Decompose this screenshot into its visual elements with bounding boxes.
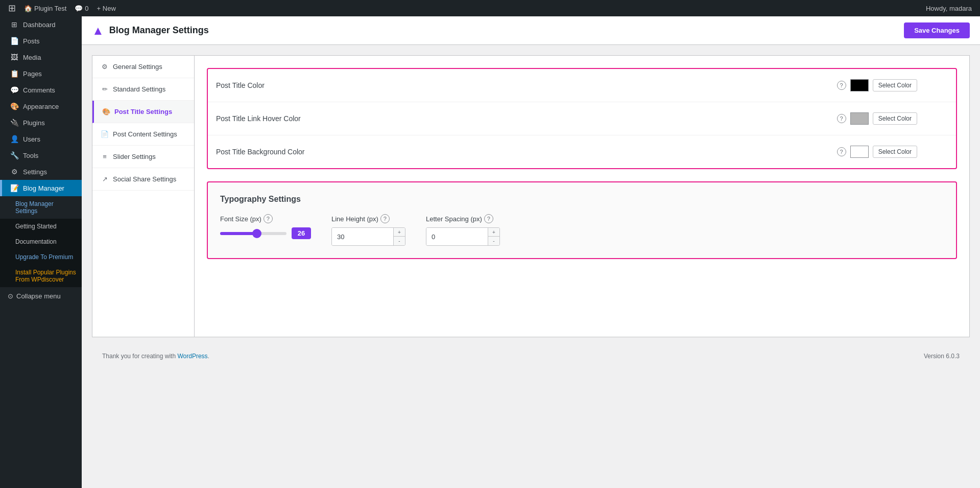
post-title-link-hover-select-color-button[interactable]: Select Color [873, 112, 917, 125]
letter-spacing-input-wrapper: + - [426, 227, 500, 246]
comments-icon: 💬 [75, 5, 83, 12]
posts-icon: 📄 [10, 37, 19, 45]
page-title-row: ▲ Blog Manager Settings [92, 24, 209, 38]
sidebar-label-appearance: Appearance [23, 103, 59, 110]
typography-controls: Font Size (px) ? 26 [220, 214, 944, 246]
sidebar-label-posts: Posts [23, 37, 40, 45]
post-title-color-help[interactable]: ? [837, 81, 846, 90]
collapse-label: Collapse menu [16, 292, 61, 300]
nav-post-title-settings-label: Post Title Settings [114, 108, 172, 115]
sidebar-item-blog-manager-settings[interactable]: Blog Manager Settings [0, 196, 82, 219]
sidebar-item-blog-manager[interactable]: 📝 Blog Manager [0, 180, 82, 196]
font-size-help[interactable]: ? [264, 214, 273, 223]
sidebar-menu: ⊞ Dashboard 📄 Posts 🖼 Media 📋 Pages 💬 Co… [0, 16, 82, 196]
sidebar-item-settings[interactable]: ⚙ Settings [0, 164, 82, 180]
site-home-icon: 🏠 [24, 5, 32, 12]
sidebar-item-comments[interactable]: 💬 Comments [0, 82, 82, 98]
font-size-slider[interactable] [220, 232, 286, 235]
line-height-input-wrapper: + - [331, 227, 405, 246]
letter-spacing-decrement[interactable]: - [488, 237, 499, 245]
nav-standard-settings-label: Standard Settings [113, 85, 165, 93]
sidebar-item-plugins[interactable]: 🔌 Plugins [0, 114, 82, 131]
plugins-icon: 🔌 [10, 119, 19, 127]
letter-spacing-help[interactable]: ? [484, 214, 493, 223]
line-height-decrement[interactable]: - [394, 237, 405, 245]
nav-post-title-settings[interactable]: 🎨 Post Title Settings [92, 101, 194, 123]
post-title-bg-help[interactable]: ? [837, 147, 846, 156]
post-title-link-hover-control: ? Select Color [837, 112, 917, 125]
settings-icon: ⚙ [10, 168, 19, 176]
typography-section: Typography Settings Font Size (px) ? [207, 181, 957, 259]
users-icon: 👤 [10, 135, 19, 143]
font-size-control: Font Size (px) ? 26 [220, 214, 311, 239]
nav-slider-settings[interactable]: ≡ Slider Settings [92, 146, 194, 168]
post-title-bg-label: Post Title Background Color [216, 148, 837, 156]
comments-item[interactable]: 💬 0 [70, 0, 92, 16]
post-title-bg-swatch[interactable] [850, 146, 869, 158]
wp-logo-item[interactable]: ⊞ [4, 0, 20, 16]
collapse-menu[interactable]: ⊙ Collapse menu [0, 287, 82, 305]
sidebar-item-dashboard[interactable]: ⊞ Dashboard [0, 16, 82, 33]
new-item[interactable]: + New [93, 0, 120, 16]
sidebar-label-comments: Comments [23, 86, 55, 94]
letter-spacing-increment[interactable]: + [488, 228, 499, 237]
post-title-link-hover-help[interactable]: ? [837, 114, 846, 123]
sidebar-item-documentation[interactable]: Documentation [0, 234, 82, 249]
line-height-input[interactable] [332, 228, 393, 245]
slider-thumb[interactable] [252, 229, 261, 238]
sidebar-item-pages[interactable]: 📋 Pages [0, 65, 82, 82]
post-title-link-hover-label: Post Title Link Hover Color [216, 114, 837, 123]
howdy-item[interactable]: Howdy, madara [922, 0, 976, 16]
nav-post-content-settings-label: Post Content Settings [113, 130, 177, 138]
post-title-link-hover-swatch[interactable] [850, 112, 869, 125]
pages-icon: 📋 [10, 69, 19, 78]
settings-nav: ⚙ General Settings ✏ Standard Settings 🎨… [92, 56, 195, 337]
new-label: + New [97, 5, 116, 12]
typography-title: Typography Settings [220, 195, 944, 204]
letter-spacing-label: Letter Spacing (px) ? [426, 214, 500, 223]
nav-social-share-settings-label: Social Share Settings [113, 175, 176, 183]
sidebar-item-media[interactable]: 🖼 Media [0, 49, 82, 65]
sidebar-item-install-plugins[interactable]: Install Popular Plugins From WPdiscover [0, 265, 82, 287]
post-title-color-swatch[interactable] [850, 79, 869, 91]
tools-icon: 🔧 [10, 151, 19, 159]
post-title-bg-select-color-button[interactable]: Select Color [873, 146, 917, 158]
sidebar-label-install-plugins: Install Popular Plugins From WPdiscover [15, 269, 77, 283]
site-name-label: Plugin Test [34, 5, 66, 12]
nav-social-share-settings[interactable]: ↗ Social Share Settings [92, 168, 194, 191]
sidebar-item-appearance[interactable]: 🎨 Appearance [0, 98, 82, 114]
sidebar-label-documentation: Documentation [15, 238, 57, 245]
sidebar-item-posts[interactable]: 📄 Posts [0, 33, 82, 49]
site-name-item[interactable]: 🏠 Plugin Test [20, 0, 70, 16]
page-header: ▲ Blog Manager Settings Save Changes [82, 16, 980, 45]
comments-icon: 💬 [10, 86, 19, 94]
nav-slider-settings-label: Slider Settings [113, 153, 156, 160]
line-height-increment[interactable]: + [394, 228, 405, 237]
nav-general-settings[interactable]: ⚙ General Settings [92, 56, 194, 78]
save-changes-button[interactable]: Save Changes [904, 22, 970, 38]
dashboard-icon: ⊞ [10, 20, 19, 29]
slider-fill [220, 232, 257, 235]
post-title-color-row: Post Title Color ? Select Color [208, 69, 956, 102]
letter-spacing-input[interactable] [426, 228, 488, 245]
standard-settings-icon: ✏ [101, 85, 109, 93]
slider-settings-icon: ≡ [101, 153, 109, 160]
font-size-value-badge: 26 [292, 227, 311, 239]
nav-standard-settings[interactable]: ✏ Standard Settings [92, 78, 194, 101]
footer-wp-link[interactable]: WordPress [177, 353, 207, 360]
sidebar-item-tools[interactable]: 🔧 Tools [0, 147, 82, 164]
blog-manager-icon: 📝 [10, 184, 19, 192]
sidebar-label-getting-started: Getting Started [15, 223, 57, 230]
howdy-text: Howdy, madara [926, 5, 972, 12]
sidebar-item-getting-started[interactable]: Getting Started [0, 219, 82, 234]
line-height-label: Line Height (px) ? [331, 214, 405, 223]
nav-post-content-settings[interactable]: 📄 Post Content Settings [92, 123, 194, 146]
line-height-help[interactable]: ? [380, 214, 390, 223]
line-height-spinners: + - [393, 228, 405, 245]
sidebar-item-users[interactable]: 👤 Users [0, 131, 82, 147]
sidebar-label-blog-manager-settings: Blog Manager Settings [15, 200, 77, 215]
sidebar-label-blog-manager: Blog Manager [23, 184, 64, 192]
post-title-select-color-button[interactable]: Select Color [873, 79, 917, 91]
sidebar-item-upgrade[interactable]: Upgrade To Premium [0, 249, 82, 265]
sidebar-submenu: Blog Manager Settings Getting Started Do… [0, 196, 82, 287]
